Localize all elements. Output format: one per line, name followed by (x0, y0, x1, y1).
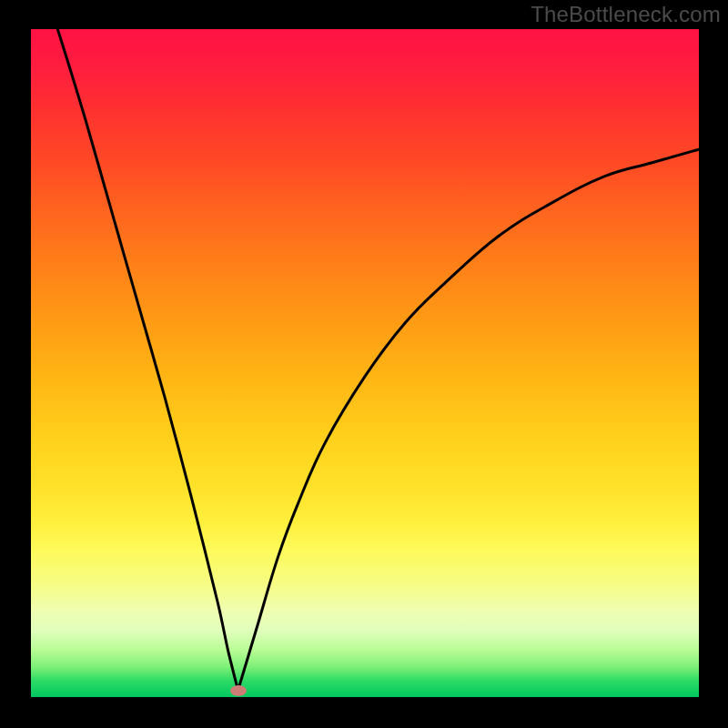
bottleneck-curve (31, 29, 699, 697)
watermark-label: TheBottleneck.com (531, 2, 721, 27)
chart-container: TheBottleneck.com (0, 0, 728, 728)
minimum-marker (230, 685, 247, 696)
plot-area (31, 29, 699, 697)
